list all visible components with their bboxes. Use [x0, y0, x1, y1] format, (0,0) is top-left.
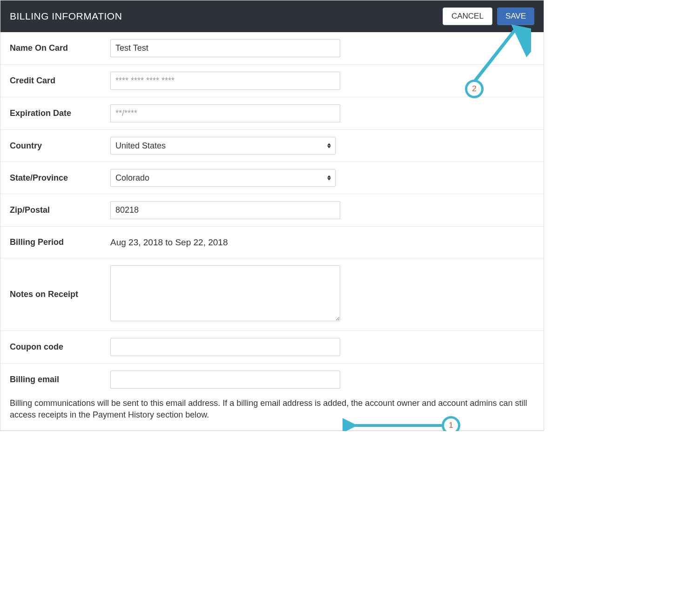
row-expiration-date: Expiration Date [0, 97, 544, 130]
notes-on-receipt-textarea[interactable] [110, 265, 340, 321]
row-billing-email: Billing email [0, 364, 544, 396]
row-credit-card: Credit Card [0, 65, 544, 97]
row-name-on-card: Name On Card [0, 32, 544, 65]
country-select[interactable]: United States [110, 137, 336, 155]
label-name-on-card: Name On Card [10, 43, 110, 53]
label-expiration-date: Expiration Date [10, 108, 110, 118]
row-state-province: State/Province Colorado [0, 162, 544, 194]
billing-period-value: Aug 23, 2018 to Sep 22, 2018 [110, 237, 228, 248]
panel-header: BILLING INFORMATION CANCEL SAVE [0, 0, 544, 32]
zip-postal-input[interactable] [110, 201, 340, 219]
row-billing-period: Billing Period Aug 23, 2018 to Sep 22, 2… [0, 227, 544, 258]
name-on-card-input[interactable] [110, 39, 340, 57]
billing-email-input[interactable] [110, 371, 340, 389]
label-zip-postal: Zip/Postal [10, 205, 110, 215]
label-notes-on-receipt: Notes on Receipt [10, 290, 110, 299]
label-credit-card: Credit Card [10, 76, 110, 86]
save-button[interactable]: SAVE [497, 7, 534, 25]
row-zip-postal: Zip/Postal [0, 194, 544, 227]
header-buttons: CANCEL SAVE [443, 7, 534, 25]
label-billing-email: Billing email [10, 375, 110, 384]
billing-email-help-text: Billing communications will be sent to t… [0, 396, 544, 431]
credit-card-input[interactable] [110, 72, 340, 90]
billing-form-panel: BILLING INFORMATION CANCEL SAVE Name On … [0, 0, 544, 431]
label-coupon-code: Coupon code [10, 342, 110, 352]
cancel-button[interactable]: CANCEL [443, 7, 492, 25]
panel-title: BILLING INFORMATION [10, 11, 122, 22]
label-billing-period: Billing Period [10, 237, 110, 247]
expiration-date-input[interactable] [110, 104, 340, 122]
state-province-select[interactable]: Colorado [110, 169, 336, 187]
row-country: Country United States [0, 130, 544, 162]
label-country: Country [10, 141, 110, 151]
coupon-code-input[interactable] [110, 338, 340, 356]
row-coupon-code: Coupon code [0, 331, 544, 364]
form-body: Name On Card Credit Card Expiration Date… [0, 32, 544, 431]
label-state-province: State/Province [10, 173, 110, 183]
row-notes-on-receipt: Notes on Receipt [0, 258, 544, 331]
